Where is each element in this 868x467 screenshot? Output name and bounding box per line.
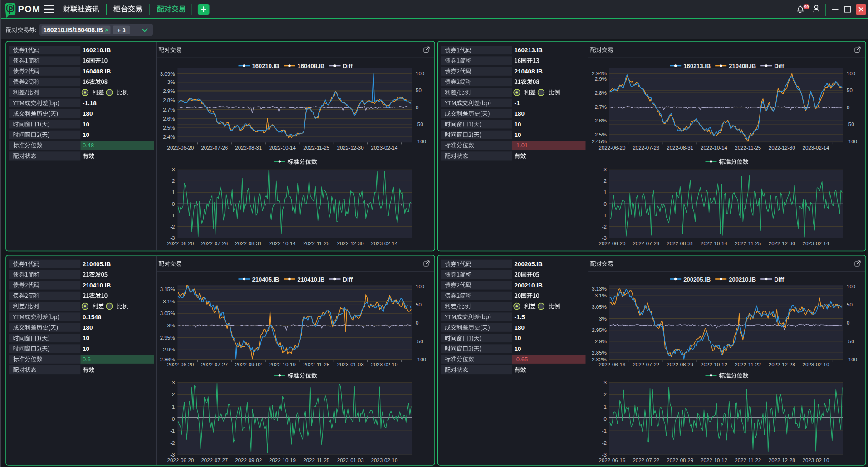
svg-text:2.95%: 2.95% (592, 327, 607, 333)
svg-text:2022-10-14: 2022-10-14 (701, 145, 727, 151)
svg-text:2023-02-10: 2023-02-10 (371, 362, 398, 367)
svg-text:3%: 3% (167, 79, 175, 85)
svg-text:180: 180 (83, 110, 93, 117)
svg-text:2022-11-22: 2022-11-22 (735, 362, 761, 367)
svg-text:2022-07-22: 2022-07-22 (633, 362, 659, 367)
svg-text:2022-12-30: 2022-12-30 (337, 145, 364, 151)
svg-text:2023-01-03: 2023-01-03 (337, 362, 364, 367)
svg-text:2022-10-14: 2022-10-14 (269, 145, 296, 151)
svg-text:-50: -50 (416, 339, 423, 344)
svg-text:10: 10 (515, 131, 521, 138)
svg-text:-2: -2 (170, 224, 175, 229)
svg-text:50: 50 (847, 88, 853, 93)
svg-text:-2: -2 (170, 440, 175, 446)
svg-text:2023-02-14: 2023-02-14 (371, 241, 398, 246)
svg-text:Diff: Diff (343, 276, 353, 283)
svg-text:10: 10 (83, 121, 89, 128)
svg-text:-2: -2 (602, 224, 607, 229)
svg-text:2022-12-28: 2022-12-28 (769, 362, 795, 367)
svg-text:2.9%: 2.9% (595, 339, 607, 344)
svg-text:3: 3 (603, 167, 606, 172)
svg-text:2022-11-25: 2022-11-25 (303, 241, 329, 246)
svg-text:3.05%: 3.05% (592, 304, 607, 310)
svg-text:180: 180 (515, 110, 525, 117)
svg-text:0: 0 (416, 320, 418, 326)
svg-text:160408.IB: 160408.IB (83, 68, 111, 75)
svg-text:2022-07-22: 2022-07-22 (633, 457, 659, 463)
svg-text:0: 0 (847, 320, 849, 326)
svg-text:2.6%: 2.6% (163, 116, 175, 122)
svg-text:2.8%: 2.8% (163, 97, 175, 103)
svg-text:210410.IB: 210410.IB (298, 276, 325, 283)
svg-text:2022-11-25: 2022-11-25 (735, 145, 761, 151)
svg-text:2022-07-27: 2022-07-27 (201, 457, 228, 463)
svg-text:1: 1 (172, 404, 175, 409)
svg-text:0: 0 (172, 416, 175, 422)
svg-text:2.85%: 2.85% (592, 350, 607, 355)
svg-text:2022-08-31: 2022-08-31 (667, 241, 693, 246)
svg-text:2022-12-30: 2022-12-30 (337, 241, 364, 246)
svg-text:50: 50 (416, 88, 422, 93)
svg-text:POM: POM (18, 4, 41, 14)
svg-text:10: 10 (83, 131, 89, 138)
svg-text:-1: -1 (170, 213, 175, 218)
svg-text:2: 2 (172, 178, 175, 184)
svg-text:3.15%: 3.15% (160, 287, 175, 292)
svg-text:200210.IB: 200210.IB (729, 276, 756, 283)
svg-text:3.09%: 3.09% (160, 71, 175, 77)
svg-text:2022-06-20: 2022-06-20 (167, 145, 194, 151)
svg-text:0.6: 0.6 (83, 356, 91, 363)
svg-text:-3: -3 (602, 452, 607, 457)
svg-text:2022-09-02: 2022-09-02 (235, 457, 262, 463)
svg-text:180: 180 (515, 324, 525, 331)
svg-text:2022-06-16: 2022-06-16 (599, 362, 626, 367)
svg-text:2.9%: 2.9% (163, 88, 175, 94)
svg-text:-100: -100 (416, 139, 426, 144)
svg-text:99: 99 (804, 5, 809, 9)
svg-text:2022-11-25: 2022-11-25 (303, 362, 329, 367)
svg-text:2022-12-30: 2022-12-30 (769, 241, 795, 246)
svg-text:-50: -50 (416, 122, 423, 127)
svg-text:Diff: Diff (774, 276, 784, 283)
svg-text:-0.65: -0.65 (515, 356, 528, 363)
svg-text:2023-02-14: 2023-02-14 (371, 145, 398, 151)
svg-text:-100: -100 (847, 357, 857, 362)
svg-text:3.13%: 3.13% (592, 286, 607, 292)
svg-text:2023-02-10: 2023-02-10 (803, 457, 829, 463)
svg-text:2022-10-12: 2022-10-12 (701, 362, 727, 367)
svg-text:0: 0 (847, 105, 849, 110)
svg-text:+ 3: + 3 (117, 27, 125, 34)
svg-text:2022-08-31: 2022-08-31 (235, 241, 262, 246)
svg-text:3: 3 (172, 380, 175, 385)
svg-text:2023-02-10: 2023-02-10 (803, 362, 829, 367)
svg-text:10: 10 (515, 121, 521, 128)
svg-text:1: 1 (172, 190, 175, 195)
svg-text:3%: 3% (599, 316, 607, 321)
svg-text:50: 50 (847, 302, 853, 307)
svg-text:3: 3 (603, 380, 606, 385)
svg-text:-3: -3 (602, 235, 607, 241)
svg-text:-1: -1 (602, 213, 607, 218)
svg-text:2.95%: 2.95% (160, 335, 175, 341)
svg-text:210405.IB: 210405.IB (83, 261, 111, 268)
svg-text:2022-06-20: 2022-06-20 (599, 241, 626, 246)
svg-text:2: 2 (603, 392, 606, 397)
svg-text:50: 50 (416, 302, 422, 307)
svg-text:-50: -50 (847, 122, 854, 127)
svg-text:2: 2 (172, 392, 175, 397)
svg-text:2.8%: 2.8% (595, 90, 607, 96)
svg-text:2.6%: 2.6% (595, 118, 607, 123)
svg-text:200205.IB: 200205.IB (683, 276, 711, 283)
svg-text:2022-10-14: 2022-10-14 (269, 241, 296, 246)
svg-text:180: 180 (83, 324, 93, 331)
svg-text:210408.IB: 210408.IB (515, 68, 543, 75)
svg-text:10: 10 (515, 345, 521, 352)
svg-text:2022-12-28: 2022-12-28 (769, 457, 795, 463)
svg-text:2023-02-14: 2023-02-14 (803, 241, 829, 246)
svg-text:10: 10 (83, 345, 89, 352)
svg-text:2.4%: 2.4% (163, 134, 175, 140)
svg-text:2022-08-29: 2022-08-29 (667, 457, 693, 463)
svg-text:2023-02-14: 2023-02-14 (803, 145, 829, 151)
svg-text:2022-06-16: 2022-06-16 (599, 457, 626, 463)
svg-text:-1: -1 (602, 428, 607, 433)
